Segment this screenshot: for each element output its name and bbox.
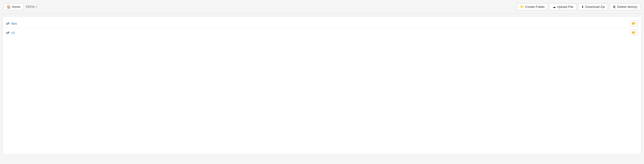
delete-items-button[interactable]: 🗑 Delete Item(s) (610, 4, 640, 10)
table-row: ⇄s3📂 (3, 28, 641, 37)
transfer-icon: ⇄ (6, 31, 10, 34)
top-bar-left: 🏠 Home PATH: / (4, 4, 37, 10)
upload-icon: ☁ (553, 5, 556, 9)
file-link[interactable]: files (11, 22, 17, 26)
folder-icon: 📁 (520, 5, 524, 9)
file-link[interactable]: s3 (11, 31, 15, 34)
top-bar: 🏠 Home PATH: / 📁 Create Folder ☁ Upload … (0, 0, 644, 14)
trash-icon: 🗑 (613, 5, 616, 9)
upload-file-label: Upload File (557, 5, 574, 9)
create-folder-label: Create Folder (525, 5, 545, 9)
home-button[interactable]: 🏠 Home (4, 4, 24, 10)
delete-items-label: Delete Item(s) (617, 5, 637, 9)
home-icon: 🏠 (7, 5, 10, 9)
download-zip-button[interactable]: ⬇ Download Zip (578, 4, 608, 10)
file-row-right: 📂 (630, 30, 638, 36)
main-content: ⇄files📂⇄s3📂 (2, 16, 642, 154)
file-row-right: 📂 (630, 20, 638, 26)
transfer-icon: ⇄ (6, 22, 10, 26)
open-folder-button[interactable]: 📂 (630, 30, 638, 36)
file-row-left: ⇄files (6, 22, 17, 26)
file-row-left: ⇄s3 (6, 31, 15, 34)
path-label: PATH: / (26, 5, 37, 9)
top-bar-right: 📁 Create Folder ☁ Upload File ⬇ Download… (517, 4, 640, 10)
open-folder-button[interactable]: 📂 (630, 20, 638, 26)
download-zip-label: Download Zip (585, 5, 605, 9)
table-row: ⇄files📂 (3, 19, 641, 28)
upload-file-button[interactable]: ☁ Upload File (550, 4, 576, 10)
create-folder-button[interactable]: 📁 Create Folder (517, 4, 548, 10)
download-icon: ⬇ (581, 5, 584, 9)
home-label: Home (12, 5, 20, 9)
